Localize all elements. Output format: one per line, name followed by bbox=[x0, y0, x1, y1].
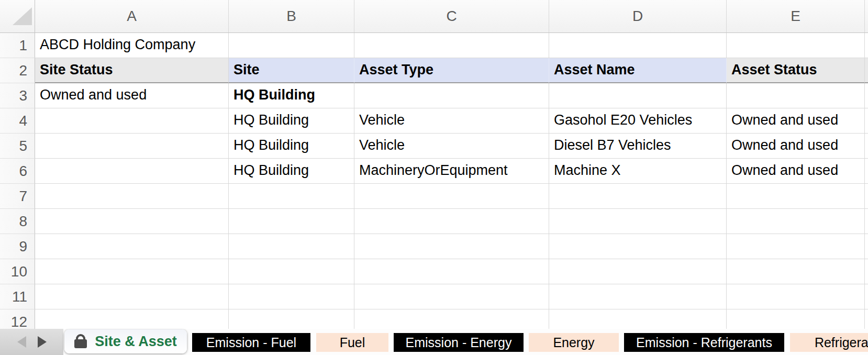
cell-c8[interactable] bbox=[354, 209, 549, 234]
sheet-tab-label: Energy bbox=[553, 335, 594, 350]
column-header-a[interactable]: A bbox=[35, 0, 229, 32]
row-header-11[interactable]: 11 bbox=[0, 284, 35, 309]
cell-a5[interactable] bbox=[35, 134, 229, 159]
cell-d6[interactable]: Machine X bbox=[549, 159, 727, 184]
row-header-9[interactable]: 9 bbox=[0, 234, 35, 259]
cell-b1[interactable] bbox=[229, 33, 354, 58]
cell-b2[interactable]: Site bbox=[229, 58, 354, 83]
cell-c9[interactable] bbox=[354, 234, 549, 259]
cell-c12[interactable] bbox=[354, 309, 549, 329]
cell-d10[interactable] bbox=[549, 259, 727, 284]
row-1: 1 ABCD Holding Company bbox=[0, 33, 868, 58]
cell-a9[interactable] bbox=[35, 234, 229, 259]
next-sheets-button[interactable] bbox=[38, 336, 47, 348]
cell-a7[interactable] bbox=[35, 184, 229, 209]
cell-b12[interactable] bbox=[229, 309, 354, 329]
sheet-tab-emission-fuel[interactable]: Emission - Fuel bbox=[192, 333, 310, 352]
sheet-tab-emission-refrigerants[interactable]: Emission - Refrigerants bbox=[624, 333, 784, 352]
row-header-6[interactable]: 6 bbox=[0, 159, 35, 184]
cell-d8[interactable] bbox=[549, 209, 727, 234]
row-header-3[interactable]: 3 bbox=[0, 83, 35, 108]
spreadsheet-window: A B C D E 1 ABCD Holding Company 2 Site … bbox=[0, 0, 868, 355]
cell-c5[interactable]: Vehicle bbox=[354, 134, 549, 159]
cell-d3[interactable] bbox=[549, 83, 727, 108]
sheet-tab-label: Emission - Refrigerants bbox=[636, 335, 772, 350]
cell-a8[interactable] bbox=[35, 209, 229, 234]
cell-b10[interactable] bbox=[229, 259, 354, 284]
sheet-tab-fuel[interactable]: Fuel bbox=[316, 333, 388, 352]
cell-e11[interactable] bbox=[727, 284, 865, 309]
cell-d7[interactable] bbox=[549, 184, 727, 209]
cell-c11[interactable] bbox=[354, 284, 549, 309]
cell-a4[interactable] bbox=[35, 108, 229, 134]
row-header-10[interactable]: 10 bbox=[0, 259, 35, 284]
cell-b9[interactable] bbox=[229, 234, 354, 259]
row-header-8[interactable]: 8 bbox=[0, 209, 35, 234]
row-header-1[interactable]: 1 bbox=[0, 33, 35, 58]
cell-e7[interactable] bbox=[727, 184, 865, 209]
cell-d5[interactable]: Diesel B7 Vehicles bbox=[549, 134, 727, 159]
sheet-tab-refrigerants[interactable]: Refrigerants bbox=[790, 333, 868, 352]
column-header-d[interactable]: D bbox=[549, 0, 727, 32]
row-header-4[interactable]: 4 bbox=[0, 108, 35, 134]
cell-a2[interactable]: Site Status bbox=[35, 58, 229, 83]
cell-b3[interactable]: HQ Building bbox=[229, 83, 354, 108]
cell-d2[interactable]: Asset Name bbox=[549, 58, 727, 83]
cell-e2[interactable]: Asset Status bbox=[727, 58, 865, 83]
cell-d11[interactable] bbox=[549, 284, 727, 309]
cell-d9[interactable] bbox=[549, 234, 727, 259]
cell-a6[interactable] bbox=[35, 159, 229, 184]
cell-b11[interactable] bbox=[229, 284, 354, 309]
row-header-5[interactable]: 5 bbox=[0, 134, 35, 159]
cell-a10[interactable] bbox=[35, 259, 229, 284]
cell-d4[interactable]: Gasohol E20 Vehicles bbox=[549, 108, 727, 134]
cell-e3[interactable] bbox=[727, 83, 865, 108]
column-header-b[interactable]: B bbox=[229, 0, 354, 32]
cell-d12[interactable] bbox=[549, 309, 727, 329]
cell-c6[interactable]: MachineryOrEquipment bbox=[354, 159, 549, 184]
cell-b6[interactable]: HQ Building bbox=[229, 159, 354, 184]
cell-a12[interactable] bbox=[35, 309, 229, 329]
cell-c7[interactable] bbox=[354, 184, 549, 209]
row-3: 3 Owned and used HQ Building bbox=[0, 83, 868, 108]
cell-b7[interactable] bbox=[229, 184, 354, 209]
cell-b8[interactable] bbox=[229, 209, 354, 234]
sheet-tab-emission-energy[interactable]: Emission - Energy bbox=[394, 333, 524, 352]
cell-e9[interactable] bbox=[727, 234, 865, 259]
cell-a3[interactable]: Owned and used bbox=[35, 83, 229, 108]
sheet-nav-zone bbox=[0, 329, 63, 355]
cell-a1[interactable]: ABCD Holding Company bbox=[35, 33, 229, 58]
cell-e12[interactable] bbox=[727, 309, 865, 329]
cell-c10[interactable] bbox=[354, 259, 549, 284]
cell-c2[interactable]: Asset Type bbox=[354, 58, 549, 83]
column-header-e[interactable]: E bbox=[727, 0, 865, 32]
cell-a11[interactable] bbox=[35, 284, 229, 309]
cell-e1[interactable] bbox=[727, 33, 865, 58]
cell-grid: 1 ABCD Holding Company 2 Site Status Sit… bbox=[0, 33, 868, 329]
cell-e6[interactable]: Owned and used bbox=[727, 159, 865, 184]
lock-icon bbox=[74, 339, 87, 348]
cell-e10[interactable] bbox=[727, 259, 865, 284]
sheet-tab-label: Fuel bbox=[340, 335, 365, 350]
cell-e5[interactable]: Owned and used bbox=[727, 134, 865, 159]
cell-c3[interactable] bbox=[354, 83, 549, 108]
row-header-2[interactable]: 2 bbox=[0, 58, 35, 83]
cell-b4[interactable]: HQ Building bbox=[229, 108, 354, 134]
column-header-c[interactable]: C bbox=[354, 0, 549, 32]
cell-d1[interactable] bbox=[549, 33, 727, 58]
select-all-triangle-icon bbox=[13, 7, 32, 25]
cell-e8[interactable] bbox=[727, 209, 865, 234]
sheet-tab-label: Site & Asset bbox=[95, 334, 177, 350]
row-header-12[interactable]: 12 bbox=[0, 309, 35, 329]
prev-sheets-button[interactable] bbox=[17, 336, 26, 348]
column-header-f-sliver[interactable] bbox=[865, 0, 868, 32]
select-all-corner[interactable] bbox=[0, 0, 35, 32]
sheet-tab-energy[interactable]: Energy bbox=[529, 333, 619, 352]
cell-c4[interactable]: Vehicle bbox=[354, 108, 549, 134]
sheet-tab-site-asset[interactable]: Site & Asset bbox=[64, 329, 187, 353]
sheet-tab-label: Refrigerants bbox=[815, 335, 868, 350]
cell-b5[interactable]: HQ Building bbox=[229, 134, 354, 159]
row-header-7[interactable]: 7 bbox=[0, 184, 35, 209]
cell-c1[interactable] bbox=[354, 33, 549, 58]
cell-e4[interactable]: Owned and used bbox=[727, 108, 865, 134]
